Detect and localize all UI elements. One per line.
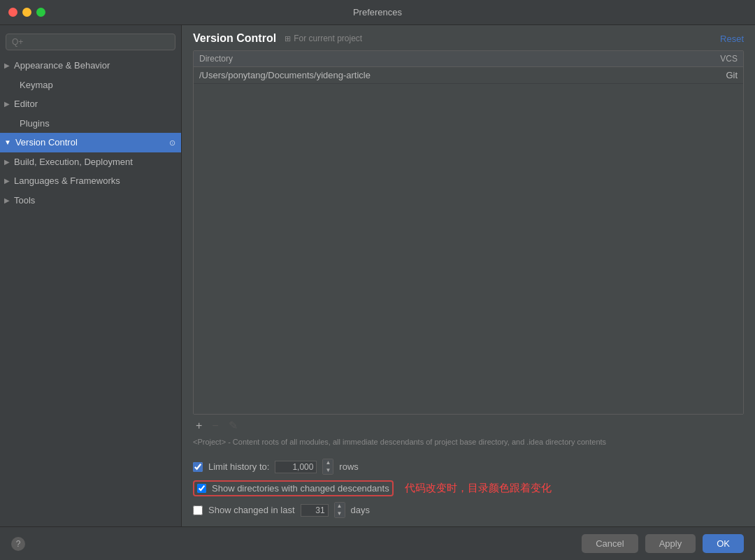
limit-history-checkbox[interactable] [193, 462, 203, 472]
spinner-up[interactable]: ▲ [335, 503, 345, 510]
sidebar-item-label: Appearance & Behavior [14, 59, 110, 73]
chevron-icon: ▶ [4, 60, 10, 71]
remove-button[interactable]: − [209, 419, 221, 433]
vcs-toolbar: + − ✎ [182, 415, 755, 437]
chevron-icon: ▼ [4, 137, 11, 148]
help-icon: ? [16, 539, 21, 549]
table-row[interactable]: /Users/ponytang/Documents/yideng-article… [194, 67, 743, 84]
show-dirs-annotation-row: Show directories with changed descendant… [193, 478, 744, 499]
options-section: Limit history to: ▲ ▼ rows Show director… [182, 453, 755, 526]
minimize-button[interactable] [22, 8, 31, 17]
sidebar-item-appearance[interactable]: ▶ Appearance & Behavior [0, 56, 181, 76]
sidebar-item-languages[interactable]: ▶ Languages & Frameworks [0, 171, 181, 191]
sidebar-item-label: Editor [14, 97, 38, 111]
sidebar-item-build[interactable]: ▶ Build, Execution, Deployment [0, 152, 181, 172]
show-changed-suffix: days [351, 505, 370, 515]
sidebar-item-editor[interactable]: ▶ Editor [0, 94, 181, 114]
show-changed-checkbox[interactable] [193, 505, 203, 515]
show-dirs-checkbox[interactable] [197, 484, 206, 493]
limit-history-suffix: rows [339, 461, 358, 472]
limit-history-label: Limit history to: [208, 461, 269, 472]
limit-history-row: Limit history to: ▲ ▼ rows [193, 456, 744, 478]
sidebar-item-label: Build, Execution, Deployment [14, 155, 133, 169]
close-button[interactable] [8, 8, 17, 17]
annotation-text: 代码改变时，目录颜色跟着变化 [405, 482, 552, 495]
row-vcs: Git [682, 70, 738, 80]
sidebar: ▶ Appearance & Behavior Keymap ▶ Editor … [0, 25, 182, 526]
content-header-left: Version Control ⊞ For current project [193, 32, 362, 45]
spinner-down[interactable]: ▼ [323, 467, 333, 474]
description-text: <Project> - Content roots of all modules… [182, 437, 755, 453]
add-button[interactable]: + [193, 419, 205, 433]
chevron-icon: ▶ [4, 195, 10, 206]
sidebar-item-label: Tools [14, 194, 35, 208]
show-dirs-highlight-box: Show directories with changed descendant… [193, 480, 394, 496]
apply-button[interactable]: Apply [645, 534, 696, 553]
sidebar-item-keymap[interactable]: Keymap [0, 76, 181, 95]
col-directory-header: Directory [199, 54, 682, 64]
content-header: Version Control ⊞ For current project Re… [182, 25, 755, 50]
sidebar-item-label: Languages & Frameworks [14, 174, 120, 188]
project-icon: ⊞ [285, 34, 291, 43]
col-vcs-header: VCS [682, 54, 738, 64]
show-changed-input[interactable] [301, 504, 329, 517]
vcs-table: Directory VCS /Users/ponytang/Documents/… [193, 50, 744, 415]
show-changed-spinner: ▲ ▼ [334, 502, 345, 518]
show-changed-label: Show changed in last [208, 505, 295, 515]
footer: ? Cancel Apply OK [0, 526, 755, 560]
help-button[interactable]: ? [11, 537, 25, 551]
sidebar-item-plugins[interactable]: Plugins [0, 114, 181, 134]
chevron-icon: ▶ [4, 157, 10, 167]
show-changed-row: Show changed in last ▲ ▼ days [193, 499, 744, 521]
chevron-icon: ▶ [4, 99, 10, 109]
spinner-up[interactable]: ▲ [323, 459, 333, 466]
sidebar-item-tools[interactable]: ▶ Tools [0, 191, 181, 210]
row-directory: /Users/ponytang/Documents/yideng-article [199, 70, 682, 80]
limit-history-input[interactable] [275, 461, 317, 473]
window-title: Preferences [353, 7, 402, 17]
ok-button[interactable]: OK [703, 534, 744, 553]
table-header: Directory VCS [194, 51, 743, 67]
sidebar-items: ▶ Appearance & Behavior Keymap ▶ Editor … [0, 56, 181, 526]
sidebar-item-label: Plugins [20, 117, 50, 131]
reset-button[interactable]: Reset [720, 34, 744, 44]
footer-right: Cancel Apply OK [582, 534, 744, 553]
sidebar-item-label: Version Control [15, 136, 78, 150]
vcs-badge-icon: ⊙ [169, 137, 175, 149]
show-dirs-label: Show directories with changed descendant… [212, 483, 389, 494]
content-title: Version Control [193, 32, 276, 45]
sidebar-item-version-control[interactable]: ▼ Version Control ⊙ [0, 133, 181, 152]
chevron-icon: ▶ [4, 175, 10, 186]
content-subtitle: ⊞ For current project [285, 34, 362, 43]
window-controls [8, 8, 45, 17]
cancel-button[interactable]: Cancel [582, 534, 638, 553]
footer-left: ? [11, 537, 25, 551]
edit-button[interactable]: ✎ [226, 419, 240, 433]
content-area: Version Control ⊞ For current project Re… [182, 25, 755, 526]
spinner-down[interactable]: ▼ [335, 510, 345, 517]
search-input[interactable] [6, 34, 175, 50]
limit-history-spinner: ▲ ▼ [322, 459, 333, 475]
titlebar: Preferences [0, 0, 755, 25]
sidebar-item-label: Keymap [20, 78, 53, 92]
table-body: /Users/ponytang/Documents/yideng-article… [194, 67, 743, 414]
subtitle-text: For current project [294, 34, 362, 43]
maximize-button[interactable] [36, 8, 45, 17]
main-layout: ▶ Appearance & Behavior Keymap ▶ Editor … [0, 25, 755, 526]
